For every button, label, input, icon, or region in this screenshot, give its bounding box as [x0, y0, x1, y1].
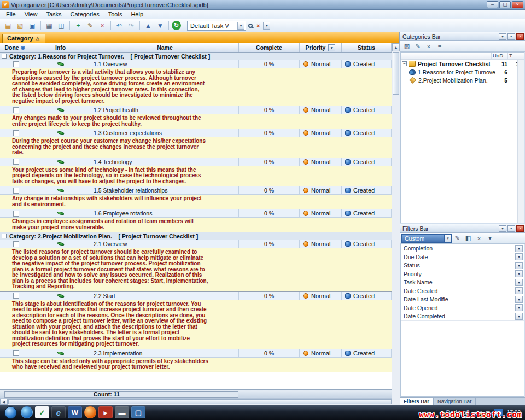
add-task-icon[interactable]: +	[73, 20, 84, 31]
delete-task-icon[interactable]: ×	[97, 20, 108, 31]
close-panel-icon[interactable]: ×	[516, 225, 524, 232]
tree-scrollbar[interactable]	[517, 60, 524, 223]
filter-field-date-opened[interactable]: Date Opened▾	[401, 304, 524, 313]
column-header-priority[interactable]: Priority▾	[300, 43, 342, 52]
close-button[interactable]: ×	[512, 1, 523, 8]
pin-icon[interactable]: ▪	[508, 33, 515, 40]
delete-filter-icon[interactable]: ×	[474, 234, 484, 243]
chevron-down-icon[interactable]: ▾	[515, 253, 523, 260]
taskbar-word-icon[interactable]: W	[68, 406, 82, 418]
menu-item-tools[interactable]: Tools	[104, 10, 127, 18]
chevron-down-icon[interactable]: ▾	[515, 270, 523, 277]
edit-filter-icon[interactable]: ✎	[452, 234, 462, 243]
done-checkbox[interactable]	[13, 293, 19, 299]
search-icon[interactable]	[248, 24, 253, 28]
task-row[interactable]: 1.2 Project health0 %NormalCreated	[0, 106, 392, 114]
chevron-down-icon[interactable]: ▾	[515, 279, 523, 286]
group-by-category-tab[interactable]: Category △	[2, 34, 45, 43]
filter-field-due-date[interactable]: Due Date▾	[401, 253, 524, 262]
minimize-button[interactable]: –	[487, 1, 498, 8]
panel-tab-navigation-bar[interactable]: Navigation Bar	[434, 398, 476, 405]
chevron-down-icon[interactable]: ▾	[515, 262, 523, 269]
column-header-name[interactable]: Name	[91, 43, 239, 52]
filter-field-priority[interactable]: Priority▾	[401, 270, 524, 279]
undo-icon[interactable]: ↶	[114, 20, 125, 31]
vertical-scrollbar[interactable]: ▲ ▼	[392, 43, 400, 420]
task-row[interactable]: 1.3 Customer expectations0 %NormalCreate…	[0, 129, 392, 137]
collapse-icon[interactable]: −	[402, 61, 407, 66]
filter-field-completion[interactable]: Completion▾	[401, 244, 524, 253]
expand-tree-icon[interactable]: ≡	[435, 42, 445, 51]
done-checkbox[interactable]	[13, 61, 19, 67]
group-row[interactable]: −Category: 1.Reasons for Project Turnove…	[0, 52, 392, 60]
taskbar-projector-icon[interactable]: ▬	[115, 406, 129, 418]
done-checkbox[interactable]	[13, 130, 19, 136]
priority-filter-icon[interactable]: ▾	[328, 44, 335, 51]
menu-item-help[interactable]: Help	[126, 10, 148, 18]
filter-preset-combo[interactable]: Custom ▾	[401, 234, 452, 243]
new-category-icon[interactable]: ▧	[402, 42, 412, 51]
tree-column-header[interactable]: T...	[508, 52, 524, 59]
move-up-icon[interactable]: ▲	[143, 20, 154, 31]
new-database-icon[interactable]: ▤	[3, 20, 14, 31]
done-checkbox[interactable]	[13, 350, 19, 356]
scroll-up-icon[interactable]: ▲	[392, 43, 400, 51]
task-row[interactable]: 2.1 Overview0 %NormalCreated	[0, 240, 392, 248]
print-icon[interactable]: ▦	[44, 20, 55, 31]
chevron-down-icon[interactable]: ▾	[515, 313, 523, 320]
edit-task-icon[interactable]: ✎	[85, 20, 96, 31]
collapse-icon[interactable]: −	[2, 54, 7, 59]
chevron-down-icon[interactable]: ▾	[515, 296, 523, 303]
category-tree-item[interactable]: 1.Reasons for Project Turnove66	[401, 68, 524, 76]
taskbar-file-manager-icon[interactable]: ▢	[131, 406, 145, 418]
taskbar-media-player-icon[interactable]: ▸	[98, 406, 113, 418]
print-preview-icon[interactable]: ◫	[56, 20, 67, 31]
group-row[interactable]: −Category: 2.Project Mobilization Plan. …	[0, 232, 392, 240]
task-row[interactable]: 1.4 Technology0 %NormalCreated	[0, 158, 392, 166]
task-row[interactable]: 1.1 Overview0 %NormalCreated	[0, 60, 392, 68]
maximize-button[interactable]: ▢	[499, 1, 511, 8]
taskbar-internet-explorer-icon[interactable]: e	[51, 406, 66, 418]
chevron-down-icon[interactable]: ▾	[444, 235, 451, 242]
filter-menu-icon[interactable]: ▾	[485, 234, 495, 243]
column-header-done[interactable]: Done◉	[0, 43, 30, 52]
sync-icon[interactable]: ↻	[172, 21, 181, 30]
filter-field-date-completed[interactable]: Date Completed▾	[401, 312, 524, 321]
redo-icon[interactable]: ↷	[126, 20, 137, 31]
panel-tab-filters-bar[interactable]: Filters Bar	[400, 398, 434, 405]
taskbar-browser-icon[interactable]	[21, 406, 33, 418]
edit-category-icon[interactable]: ✎	[413, 42, 423, 51]
menu-item-file[interactable]: File	[2, 10, 20, 18]
category-tree-item[interactable]: 2.Project Mobilization Plan.55	[401, 76, 524, 84]
task-row[interactable]: 1.5 Stakeholder relationships0 %NormalCr…	[0, 186, 392, 195]
menu-item-categories[interactable]: Categories	[66, 10, 104, 18]
open-database-icon[interactable]: ▧	[15, 20, 26, 31]
chevron-down-icon[interactable]: ▾	[515, 304, 523, 311]
category-tree-item[interactable]: −Project Turnover Checklist1111	[401, 60, 524, 68]
filter-field-date-last-modifie[interactable]: Date Last Modifie▾	[401, 295, 524, 304]
panel-menu-icon[interactable]: ▾	[499, 33, 506, 40]
task-view-combo[interactable]: Default Task V ▾	[187, 21, 246, 31]
column-header-info[interactable]: Info	[30, 43, 91, 52]
move-down-icon[interactable]: ▼	[155, 20, 166, 31]
chevron-down-icon[interactable]: ▾	[515, 245, 523, 252]
done-checkbox[interactable]	[13, 211, 19, 217]
filter-field-status[interactable]: Status▾	[401, 261, 524, 270]
done-checkbox[interactable]	[13, 188, 19, 194]
delete-category-icon[interactable]: ×	[424, 42, 434, 51]
menu-item-view[interactable]: View	[20, 10, 42, 18]
panel-menu-icon[interactable]: ▾	[499, 225, 506, 232]
done-checkbox[interactable]	[13, 159, 19, 165]
toolbar-overflow-icon[interactable]: ▾	[263, 22, 270, 30]
column-header-complete[interactable]: Complete	[239, 43, 300, 52]
done-checkbox[interactable]	[13, 107, 19, 113]
chevron-down-icon[interactable]: ▾	[237, 22, 244, 30]
clear-search-icon[interactable]: ×	[256, 22, 260, 29]
task-row[interactable]: 2.2 Start0 %NormalCreated	[0, 292, 392, 300]
taskbar-vip-organizer-icon[interactable]: ✓	[35, 406, 49, 418]
collapse-icon[interactable]: −	[2, 234, 7, 238]
task-row[interactable]: 2.3 Implementation0 %NormalCreated	[0, 349, 392, 358]
scroll-left-icon[interactable]: ◀	[0, 399, 8, 405]
filter-field-date-created[interactable]: Date Created▾	[401, 287, 524, 296]
scrollbar-thumb[interactable]	[393, 52, 399, 95]
